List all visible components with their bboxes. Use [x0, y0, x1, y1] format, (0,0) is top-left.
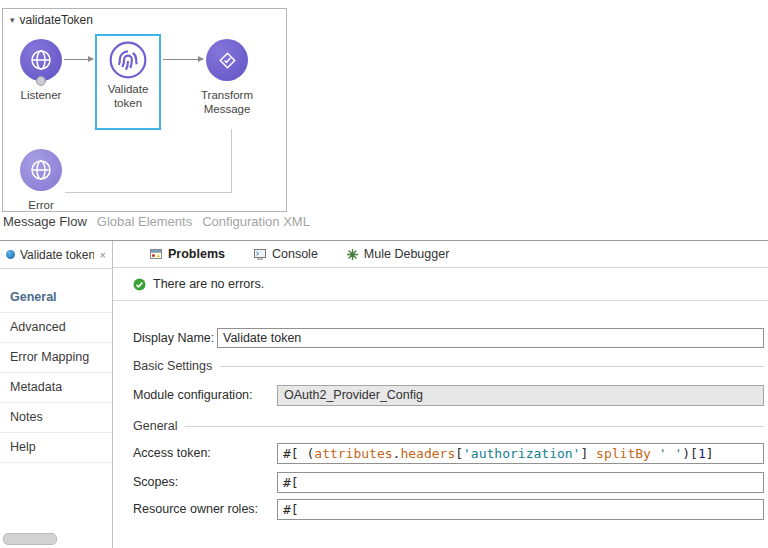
module-configuration-row: Module configuration: OAuth2_Provider_Co… [133, 384, 764, 406]
transform-message-label: Transform Message [188, 88, 266, 117]
access-token-label: Access token: [133, 446, 277, 460]
properties-tab-validate-token[interactable]: Validate token × [0, 241, 112, 269]
debugger-icon [346, 248, 359, 261]
fingerprint-icon [108, 40, 148, 80]
flow-dot-icon [6, 250, 15, 259]
problems-tab-label: Problems [168, 247, 225, 261]
general-heading: General [133, 419, 177, 433]
transform-message-node[interactable]: Transform Message [188, 39, 266, 117]
scopes-row: Scopes: #[ [133, 471, 764, 493]
access-token-input[interactable]: #[ (attributes.headers['authorization'] … [277, 443, 764, 464]
general-properties-form: Display Name: Basic Settings Module conf… [113, 301, 768, 548]
display-name-row: Display Name: [133, 327, 764, 349]
tab-problems[interactable]: Problems [149, 247, 225, 261]
group-rule [185, 426, 764, 427]
sidebar-item-metadata[interactable]: Metadata [0, 373, 112, 403]
console-icon [253, 247, 267, 261]
general-group: General [133, 418, 764, 434]
module-configuration-label: Module configuration: [133, 388, 277, 402]
tab-configuration-xml[interactable]: Configuration XML [202, 214, 310, 229]
validate-token-label: Validate token [97, 82, 159, 111]
sidebar-item-general[interactable]: General [0, 283, 112, 313]
listener-globe-icon [20, 39, 62, 81]
anypoint-studio-window: ▾ validateToken Listener Validate t [0, 0, 768, 548]
scopes-input[interactable]: #[ [277, 472, 764, 493]
basic-settings-group: Basic Settings [133, 358, 764, 374]
properties-tab-label: Validate token [20, 248, 94, 262]
flow-arrow [64, 59, 93, 60]
no-errors-status: There are no errors. [113, 268, 768, 301]
problems-icon [149, 247, 163, 261]
views-header: Problems Console Mule Debugger [113, 241, 768, 268]
error-connector-horizontal [65, 192, 232, 193]
status-message: There are no errors. [153, 277, 264, 291]
properties-left-column: Validate token × General Advanced Error … [0, 241, 113, 548]
sidebar-item-help[interactable]: Help [0, 433, 112, 463]
sidebar-item-advanced[interactable]: Advanced [0, 313, 112, 343]
tab-global-elements[interactable]: Global Elements [97, 214, 192, 229]
resource-owner-roles-input[interactable]: #[ [277, 499, 764, 520]
properties-sidebar: General Advanced Error Mapping Metadata … [0, 283, 112, 463]
basic-settings-heading: Basic Settings [133, 359, 212, 373]
sidebar-item-notes[interactable]: Notes [0, 403, 112, 433]
flow-title: validateToken [20, 13, 93, 27]
transform-icon [206, 39, 248, 81]
mule-debugger-tab-label: Mule Debugger [364, 247, 449, 261]
tab-console[interactable]: Console [253, 247, 318, 261]
tab-mule-debugger[interactable]: Mule Debugger [346, 247, 449, 261]
console-tab-label: Console [272, 247, 318, 261]
access-token-expression: #[ (attributes.headers['authorization'] … [283, 446, 714, 461]
module-configuration-select[interactable]: OAuth2_Provider_Config [277, 385, 764, 406]
canvas-view-tabs: Message Flow Global Elements Configurati… [3, 214, 310, 229]
group-rule [220, 366, 764, 367]
resource-owner-roles-label: Resource owner roles: [133, 502, 277, 516]
success-check-icon [133, 278, 146, 291]
resource-owner-roles-row: Resource owner roles: #[ [133, 498, 764, 520]
scopes-label: Scopes: [133, 475, 277, 489]
error-globe-icon [20, 149, 62, 191]
error-connector-vertical [231, 129, 232, 192]
close-icon[interactable]: × [100, 249, 106, 261]
access-token-row: Access token: #[ (attributes.headers['au… [133, 442, 764, 464]
sidebar-item-error-mapping[interactable]: Error Mapping [0, 343, 112, 373]
tab-message-flow[interactable]: Message Flow [3, 214, 87, 229]
listener-source-badge-icon [36, 76, 46, 86]
listener-node[interactable]: Listener [11, 39, 71, 102]
display-name-label: Display Name: [133, 331, 217, 345]
flow-canvas[interactable]: ▾ validateToken Listener Validate t [2, 8, 287, 212]
validate-token-node[interactable]: Validate token [95, 34, 161, 130]
properties-panel: Validate token × General Advanced Error … [0, 240, 768, 548]
collapse-arrow-icon[interactable]: ▾ [10, 15, 15, 25]
display-name-input[interactable] [217, 328, 764, 348]
error-label: Error [28, 198, 54, 212]
listener-label: Listener [21, 88, 62, 102]
sidebar-scrollbar-thumb[interactable] [3, 533, 57, 545]
flow-header: ▾ validateToken [10, 13, 93, 27]
error-listener-node[interactable]: Error [11, 149, 71, 212]
